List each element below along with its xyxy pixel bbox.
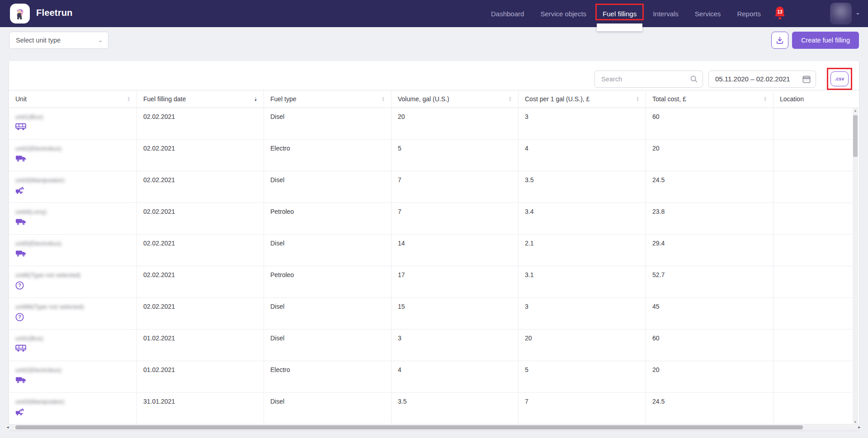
table-row[interactable]: unit66(Type not selected)?02.02.2021Dise… — [9, 298, 859, 330]
cost-per-gal-cell: 3.1 — [519, 266, 646, 297]
search-input[interactable] — [601, 75, 690, 83]
column-header-cost-per-1-gal-u-s[interactable]: Cost per 1 gal (U.S.), £▲▼ — [519, 90, 646, 108]
user-menu-chevron-down-icon[interactable]: ⌄ — [855, 9, 860, 16]
fuel-filling-date-cell: 02.02.2021 — [137, 266, 264, 297]
column-label: Location — [780, 95, 804, 103]
sort-icon[interactable]: ▲▼ — [382, 96, 385, 102]
mascot-icon — [13, 7, 27, 20]
fleetrun-logo-icon[interactable] — [10, 4, 30, 24]
unit-cell: unit3(Manipulator) — [9, 171, 137, 203]
unit-name-blurred: unit6(Type not selected) — [15, 272, 80, 278]
column-label: Cost per 1 gal (U.S.), £ — [525, 95, 590, 103]
table-row[interactable]: unit3(Manipulator)02.02.2021Disel73.524.… — [9, 171, 859, 203]
total-cost-cell: 20 — [646, 140, 774, 171]
table-header: Unit▲▼Fuel filling date▲▼Fuel type▲▼Volu… — [9, 90, 859, 108]
total-cost-cell: 52.7 — [646, 266, 774, 297]
scroll-down-arrow[interactable]: ▼ — [853, 420, 858, 424]
cost-per-gal-cell: 3.5 — [519, 171, 646, 203]
bus-icon — [15, 344, 132, 353]
question-icon: ? — [15, 281, 132, 289]
fuel-filling-date-cell: 02.02.2021 — [137, 298, 264, 329]
question-icon: ? — [15, 313, 132, 321]
cost-per-gal-cell: 5 — [519, 361, 646, 392]
column-label: Volume, gal (U.S.) — [398, 95, 449, 103]
cost-per-gal-cell: 7 — [519, 393, 646, 424]
notification-badge: 13 — [774, 9, 786, 14]
table-row[interactable]: unit5(Electrobus)02.02.2021Disel142.129.… — [9, 235, 859, 266]
total-cost-cell: 23.8 — [646, 203, 774, 234]
table-row[interactable]: unit1(Bus)02.02.2021Disel20360 — [9, 108, 859, 140]
horizontal-scrollbar-thumb[interactable] — [15, 425, 803, 429]
cost-per-gal-cell: 20 — [519, 330, 646, 361]
sort-icon[interactable]: ▲▼ — [764, 96, 767, 102]
table-row[interactable]: unit2(Electrobus)02.02.2021Electro5420 — [9, 140, 859, 171]
unit-cell: unit5(Electrobus) — [9, 235, 137, 266]
table-row[interactable]: unit2(Electrobus)01.02.2021Electro4520 — [9, 361, 859, 393]
fuel-type-cell: Disel — [264, 171, 392, 203]
fuel-filling-date-cell: 31.01.2021 — [137, 393, 264, 424]
unit-cell: unit2(Electrobus) — [9, 361, 137, 392]
bus-icon — [15, 123, 132, 131]
horizontal-scrollbar[interactable]: ◄ ► — [5, 424, 863, 430]
svg-text:?: ? — [18, 283, 21, 288]
unit-type-select[interactable]: Select unit type ⌄ — [9, 32, 108, 49]
nav-item-fuel-fillings[interactable]: Fuel fillings — [603, 0, 637, 27]
table-row[interactable]: unit4(Lorry)02.02.2021Petroleo73.423.8 — [9, 203, 859, 235]
column-header-unit[interactable]: Unit▲▼ — [9, 90, 137, 108]
column-header-total-cost[interactable]: Total cost, £▲▼ — [646, 90, 774, 108]
scroll-left-arrow[interactable]: ◄ — [6, 424, 9, 430]
unit-cell: unit66(Type not selected)? — [9, 298, 137, 329]
search-icon — [690, 75, 698, 83]
location-cell — [774, 235, 859, 266]
location-cell — [774, 171, 859, 203]
truck-icon — [15, 218, 132, 226]
total-cost-cell: 45 — [646, 298, 774, 329]
export-csv-button[interactable]: .csv — [830, 71, 849, 86]
nav-item-reports[interactable]: Reports — [737, 0, 761, 27]
vertical-scrollbar-thumb[interactable] — [853, 115, 858, 157]
nav-item-services[interactable]: Services — [695, 0, 721, 27]
fuel-filling-date-cell: 02.02.2021 — [137, 140, 264, 171]
location-cell — [774, 361, 859, 392]
column-header-location[interactable]: Location — [774, 90, 859, 108]
chevron-down-icon: ⌄ — [98, 37, 103, 43]
table-row[interactable]: unit1(Bus)01.02.2021Disel32060 — [9, 330, 859, 361]
scroll-up-arrow[interactable]: ▲ — [853, 109, 858, 112]
fuel-type-cell: Electro — [264, 140, 392, 171]
sort-icon[interactable]: ▲▼ — [636, 96, 639, 102]
column-label: Unit — [15, 95, 27, 103]
fuel-filling-date-cell: 01.02.2021 — [137, 361, 264, 392]
vertical-scrollbar[interactable]: ▲ ▼ — [853, 108, 858, 424]
unit-name-blurred: unit1(Bus) — [15, 335, 43, 342]
sort-icon[interactable]: ▲▼ — [254, 96, 257, 102]
create-fuel-filling-button[interactable]: Create fuel filling — [792, 32, 859, 49]
scroll-right-arrow[interactable]: ► — [858, 424, 861, 430]
sort-icon[interactable]: ▲▼ — [509, 96, 512, 102]
truck-icon — [15, 250, 132, 258]
user-avatar[interactable] — [830, 3, 852, 24]
bell-notification-icon[interactable]: 13 — [774, 6, 787, 21]
brand-title: Fleetrun — [36, 8, 73, 18]
nav-item-intervals[interactable]: Intervals — [653, 0, 679, 27]
active-tab-indicator — [597, 24, 642, 31]
nav-item-service-objects[interactable]: Service objects — [540, 0, 586, 27]
location-cell — [774, 203, 859, 234]
date-range-input[interactable]: 05.11.2020 – 02.02.2021 — [708, 71, 816, 88]
column-header-fuel-type[interactable]: Fuel type▲▼ — [264, 90, 392, 108]
download-button[interactable] — [771, 32, 788, 49]
table-row[interactable]: unit6(Type not selected)?02.02.2021Petro… — [9, 266, 859, 298]
fuel-filling-date-cell: 01.02.2021 — [137, 330, 264, 361]
location-cell — [774, 298, 859, 329]
fuel-fillings-card: 05.11.2020 – 02.02.2021 .csv Unit▲▼Fuel … — [9, 61, 859, 430]
column-header-volume-gal-u-s[interactable]: Volume, gal (U.S.)▲▼ — [392, 90, 519, 108]
search-box — [594, 71, 703, 88]
fuel-type-cell: Electro — [264, 361, 392, 392]
cost-per-gal-cell: 3 — [519, 298, 646, 329]
table-row[interactable]: unit3(Manipulator)31.01.2021Disel3.5724.… — [9, 393, 859, 424]
sort-icon[interactable]: ▲▼ — [127, 96, 130, 102]
column-header-fuel-filling-date[interactable]: Fuel filling date▲▼ — [137, 90, 264, 108]
unit-name-blurred: unit66(Type not selected) — [15, 303, 84, 310]
unit-name-blurred: unit4(Lorry) — [15, 208, 47, 215]
table-body: unit1(Bus)02.02.2021Disel20360unit2(Elec… — [9, 108, 859, 430]
nav-item-dashboard[interactable]: Dashboard — [491, 0, 524, 27]
